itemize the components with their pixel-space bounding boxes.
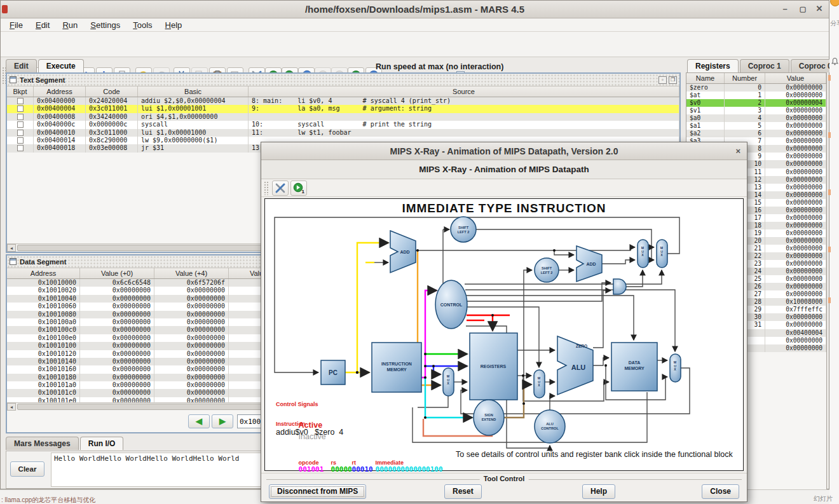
register-value[interactable]: 0x00000000 — [765, 168, 826, 176]
shift-left-2-jump-block[interactable] — [451, 217, 476, 242]
register-value[interactable]: 0x00000000 — [765, 153, 826, 160]
text-segment-titlebar[interactable]: Text Segment ▫ ❐ — [7, 74, 679, 86]
register-row[interactable]: $v0 2 0x00000004 — [686, 99, 826, 107]
data-value[interactable]: 0x00000000 — [154, 350, 229, 358]
help-tool-button[interactable]: Help — [582, 484, 615, 499]
messages-tab[interactable]: Mars Messages — [6, 437, 79, 450]
data-value[interactable]: 0x00000000 — [154, 311, 229, 318]
data-value[interactable]: 0x00000000 — [80, 311, 154, 318]
text-segment-row[interactable]: 0x00400004 0x3c011001 lui $1,0x00001001 … — [7, 105, 679, 112]
registers-tab[interactable]: Registers — [687, 59, 739, 72]
window-titlebar[interactable]: /home/foxsen/Downloads/mips1.asm - MARS … — [1, 1, 829, 18]
close-button[interactable]: ✕ — [811, 1, 828, 18]
data-value[interactable]: 0x00000000 — [80, 303, 154, 310]
breakpoint-checkbox[interactable] — [17, 121, 24, 128]
breakpoint-checkbox[interactable] — [17, 114, 24, 120]
text-segment-row[interactable]: 0x00400008 0x34240000 ori $4,$1,0x000000… — [7, 113, 679, 121]
register-value[interactable]: 0x00000000 — [765, 283, 826, 290]
register-value[interactable]: 0x00000000 — [765, 260, 826, 268]
breakpoint-checkbox[interactable] — [17, 106, 24, 112]
register-row[interactable]: $zero 0 0x00000000 — [686, 84, 826, 92]
register-value[interactable]: 0x10008000 — [765, 298, 826, 306]
text-segment-row[interactable]: 0x0040000c 0x0000000c syscall 10: syscal… — [7, 121, 679, 128]
register-value[interactable]: 0x00000000 — [765, 313, 826, 321]
data-value[interactable]: 0x00000000 — [154, 374, 229, 381]
bell-icon[interactable] — [831, 57, 839, 66]
frame-maximize-icon[interactable]: ❐ — [669, 76, 677, 84]
register-value[interactable]: 0x00000000 — [765, 275, 826, 283]
data-value[interactable]: 0x00000000 — [80, 350, 154, 358]
register-value[interactable]: 0x00000000 — [765, 199, 826, 207]
register-value[interactable]: 0x00000000 — [765, 176, 826, 184]
reset-tool-button[interactable]: Reset — [444, 484, 482, 499]
messages-tab[interactable]: Run I/O — [80, 437, 124, 450]
register-value[interactable]: 0x00000000 — [765, 214, 826, 222]
register-row[interactable]: $a1 5 0x00000000 — [686, 122, 826, 130]
breakpoint-checkbox[interactable] — [17, 137, 24, 144]
frame-minimize-icon[interactable]: ▫ — [658, 76, 667, 84]
register-value[interactable]: 0x00000000 — [765, 229, 826, 237]
breakpoint-checkbox[interactable] — [17, 145, 24, 151]
register-value[interactable]: 0x00000000 — [765, 222, 826, 229]
data-prev-button[interactable]: ◀ — [188, 414, 210, 428]
and-gate[interactable] — [613, 279, 626, 294]
dialog-toolbar-handle[interactable] — [264, 181, 268, 195]
main-tab[interactable]: Execute — [38, 59, 84, 72]
data-value[interactable]: 0x6f57206f — [154, 279, 229, 287]
data-value[interactable]: 0x00000000 — [80, 334, 154, 342]
dialog-titlebar[interactable]: MIPS X-Ray - Animation of MIPS Datapath,… — [261, 142, 747, 160]
register-row[interactable]: $a0 4 0x00000000 — [686, 114, 826, 122]
data-value[interactable]: 0x00000000 — [154, 365, 229, 373]
register-value[interactable]: 0x00000000 — [765, 237, 826, 245]
registers-tab[interactable]: Coproc 1 — [740, 59, 789, 72]
register-value[interactable]: 0x00000000 — [765, 268, 826, 275]
register-value[interactable]: 0x00000000 — [765, 137, 826, 145]
data-value[interactable]: 0x00000000 — [154, 342, 229, 350]
breakpoint-checkbox[interactable] — [17, 130, 24, 136]
close-tool-button[interactable]: Close — [702, 484, 739, 499]
register-value[interactable]: 0x00000000 — [765, 344, 826, 352]
data-next-button[interactable]: ▶ — [212, 414, 233, 428]
data-value[interactable]: 0x00000000 — [80, 365, 154, 373]
register-value[interactable]: 0x00400004 — [765, 329, 826, 337]
data-value[interactable]: 0x00000000 — [80, 295, 154, 303]
register-value[interactable]: 0x00000000 — [765, 245, 826, 252]
menu-item[interactable]: Help — [159, 18, 189, 31]
data-value[interactable]: 0x00000000 — [80, 374, 154, 381]
menu-item[interactable]: File — [3, 18, 29, 31]
maximize-button[interactable]: ▢ — [795, 1, 811, 18]
register-value[interactable]: 0x00000000 — [765, 114, 826, 122]
register-value[interactable]: 0x00000000 — [765, 252, 826, 260]
data-value[interactable]: 0x00000000 — [80, 358, 154, 365]
register-value[interactable]: 0x00000000 — [765, 130, 826, 137]
disconnect-button[interactable]: Disconnect from MIPS — [269, 484, 366, 499]
register-value[interactable]: 0x00000000 — [765, 337, 826, 344]
data-value[interactable]: 0x00000000 — [154, 318, 229, 326]
register-row[interactable]: $a2 6 0x00000000 — [686, 130, 826, 137]
menu-item[interactable]: Settings — [84, 18, 126, 31]
register-value[interactable]: 0x00000000 — [765, 107, 826, 114]
register-value[interactable]: 0x00000000 — [765, 84, 826, 92]
register-value[interactable]: 0x00000004 — [765, 99, 826, 107]
minimize-button[interactable]: – — [777, 1, 793, 18]
data-value[interactable]: 0x00000000 — [154, 287, 229, 294]
data-value[interactable]: 0x00000000 — [80, 326, 154, 334]
register-value[interactable]: 0x00000000 — [765, 145, 826, 153]
data-value[interactable]: 0x00000000 — [80, 381, 154, 389]
data-value[interactable]: 0x00000000 — [154, 381, 229, 389]
data-value[interactable]: 0x00000000 — [154, 389, 229, 397]
register-value[interactable]: 0x00000000 — [765, 184, 826, 191]
register-value[interactable]: 0x00000000 — [765, 160, 826, 168]
dialog-close-icon[interactable]: × — [735, 142, 740, 160]
register-value[interactable]: 0x7fffeffc — [765, 306, 826, 313]
text-segment-row[interactable]: 0x00400010 0x3c011000 lui $1,0x00001000 … — [7, 129, 679, 137]
register-value[interactable]: 0x00000000 — [765, 321, 826, 329]
breakpoint-checkbox[interactable] — [17, 98, 24, 104]
dialog-step-button[interactable]: 1 — [290, 180, 307, 196]
data-value[interactable]: 0x00000000 — [80, 318, 154, 326]
shift-left-2-branch-block[interactable] — [535, 258, 559, 282]
data-value[interactable]: 0x00000000 — [154, 303, 229, 310]
data-value[interactable]: 0x00000000 — [154, 326, 229, 334]
data-value[interactable]: 0x00000000 — [154, 295, 229, 303]
register-value[interactable]: 0x00000000 — [765, 207, 826, 214]
